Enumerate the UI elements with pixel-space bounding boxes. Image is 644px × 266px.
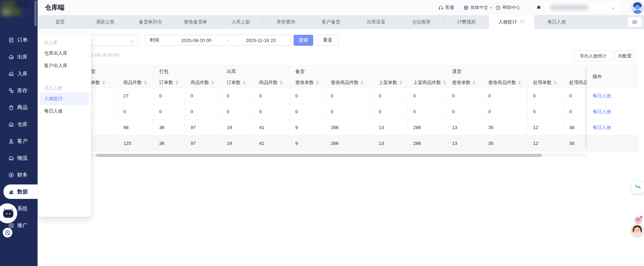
column-group-退货: 退货 bbox=[447, 66, 587, 77]
sort-icon[interactable] bbox=[361, 81, 364, 85]
chat-widget-button[interactable] bbox=[632, 181, 644, 193]
table-cell: 12 bbox=[528, 136, 564, 151]
column-config-button[interactable]: 列配置 bbox=[615, 51, 635, 61]
reset-button[interactable]: 重置 bbox=[316, 35, 339, 46]
assistant-avatar[interactable] bbox=[631, 224, 644, 237]
sort-icon[interactable] bbox=[518, 81, 521, 85]
sort-icon[interactable] bbox=[443, 81, 446, 85]
menu-section-title: 出入库 bbox=[44, 40, 91, 46]
table-cell: 35 bbox=[483, 120, 528, 135]
warehouse-icon bbox=[8, 121, 14, 127]
hamburger-icon bbox=[632, 20, 637, 21]
table-cell: 0 bbox=[185, 104, 221, 119]
tab-客户备货[interactable]: 客户备货 bbox=[308, 15, 354, 29]
daily-efficiency-link[interactable]: 每日人效 bbox=[593, 93, 611, 99]
table-summary-row: 741253697194192861328613351238 bbox=[38, 136, 587, 151]
table-cell: 0 bbox=[564, 104, 587, 119]
table-cell: 97 bbox=[185, 136, 221, 151]
tab-首页[interactable]: 首页 bbox=[38, 15, 83, 29]
tab-人效统计[interactable]: 人效统计✕ bbox=[489, 15, 534, 29]
table-cell: 13 bbox=[447, 136, 483, 151]
horizontal-scrollbar-thumb[interactable] bbox=[96, 154, 542, 157]
support-button[interactable]: 客服 bbox=[438, 0, 454, 15]
menu-item-客户出入库[interactable]: 客户出入库 bbox=[38, 60, 91, 72]
sidebar-scrollbar[interactable] bbox=[34, 1, 37, 26]
table-cell: 35 bbox=[483, 136, 528, 151]
sidebar-item-商品[interactable]: 商品 bbox=[0, 99, 38, 116]
tab-计费规则[interactable]: 计费规则 bbox=[444, 15, 489, 29]
column-header-上架单数: 上架单数 bbox=[373, 77, 408, 88]
daily-efficiency-link[interactable]: 每日人效 bbox=[593, 109, 611, 115]
sort-icon[interactable] bbox=[102, 81, 105, 85]
tab-出库设置[interactable]: 出库设置 bbox=[354, 15, 399, 29]
daily-efficiency-link[interactable]: 每日人效 bbox=[593, 125, 611, 131]
notifications-bell[interactable] bbox=[536, 0, 541, 15]
sort-icon[interactable] bbox=[280, 81, 283, 85]
sidebar-item-物流[interactable]: 物流 bbox=[0, 150, 38, 167]
date-from-value[interactable]: 2025-08-20 00 bbox=[166, 38, 226, 43]
table-cell: 0 bbox=[154, 88, 185, 104]
sort-icon[interactable] bbox=[473, 81, 476, 85]
table-cell: 0 bbox=[373, 88, 408, 104]
help-center-button[interactable]: 帮助中心 bbox=[495, 0, 520, 15]
chevron-down-icon bbox=[611, 6, 615, 9]
sidebar-item-出库[interactable]: 出库 bbox=[0, 49, 38, 65]
user-avatar[interactable] bbox=[631, 1, 644, 14]
account-selector[interactable] bbox=[546, 2, 619, 13]
tab-库存查询[interactable]: 库存查询 bbox=[263, 15, 308, 29]
date-to-value[interactable]: 2025-11-18 23 bbox=[231, 38, 291, 43]
tab-备货单到仓[interactable]: 备货单到仓 bbox=[128, 15, 173, 29]
sidebar-item-库存[interactable]: 库存 bbox=[0, 82, 38, 99]
export-efficiency-button[interactable]: 导出人效统计 bbox=[574, 51, 612, 61]
table-cell: 9 bbox=[290, 136, 325, 151]
sort-icon[interactable] bbox=[399, 81, 402, 85]
tab-仓位推荐[interactable]: 仓位推荐 bbox=[399, 15, 444, 29]
column-header-签收单数: 签收单数 bbox=[447, 77, 483, 88]
column-header-action: 操作 bbox=[587, 66, 638, 88]
data-icon bbox=[8, 189, 14, 195]
logo bbox=[1, 1, 28, 16]
table-cell: 19 bbox=[221, 136, 254, 151]
table-cell: 0 bbox=[408, 104, 447, 119]
sidebar-item-数据[interactable]: 数据 bbox=[3, 184, 38, 199]
table-cell: 0 bbox=[373, 104, 408, 119]
language-switcher[interactable]: 简体中文 ∨ bbox=[463, 0, 492, 15]
sort-icon[interactable] bbox=[243, 81, 246, 85]
sidebar-item-仓库[interactable]: 仓库 bbox=[0, 116, 38, 133]
table-cell: 0 bbox=[447, 104, 483, 119]
table-cell: 0 bbox=[185, 88, 221, 104]
close-tab-icon[interactable]: ✕ bbox=[520, 20, 525, 24]
tab-入库上架[interactable]: 入库上架 bbox=[218, 15, 263, 29]
sidebar-item-订单[interactable]: 订单 bbox=[0, 32, 38, 49]
globe-icon bbox=[463, 5, 469, 10]
menu-item-仓库出入库[interactable]: 仓库出入库 bbox=[38, 47, 91, 60]
tab-签收备货单[interactable]: 签收备货单 bbox=[173, 15, 218, 29]
column-header-订单数: 订单数 bbox=[154, 77, 185, 88]
date-range-picker[interactable]: 时间 2025-08-20 00 - 2025-11-18 23 bbox=[145, 35, 291, 46]
column-group-打包: 打包 bbox=[154, 66, 221, 77]
search-button[interactable]: 搜索 bbox=[294, 35, 313, 46]
sidebar-item-财务[interactable]: 财务 bbox=[0, 167, 38, 183]
table-cell: 0 bbox=[118, 104, 154, 119]
sort-icon[interactable] bbox=[211, 81, 214, 85]
feedback-form-icon[interactable] bbox=[3, 228, 12, 237]
sort-icon[interactable] bbox=[144, 81, 147, 85]
page-title: 仓库端 bbox=[45, 3, 64, 12]
table-cell: 0 bbox=[290, 88, 325, 104]
sort-icon[interactable] bbox=[554, 81, 556, 85]
mini-avatar-badge[interactable] bbox=[634, 216, 642, 224]
table-cell: 0 bbox=[221, 88, 254, 104]
tab-list-menu-button[interactable] bbox=[628, 17, 642, 27]
chevron-down-icon: ∨ bbox=[490, 6, 492, 9]
robot-mascot-icon[interactable] bbox=[1, 206, 15, 220]
menu-item-每日人效[interactable]: 每日人效 bbox=[38, 105, 91, 117]
tab-系统公告[interactable]: 系统公告 bbox=[83, 15, 128, 29]
sort-icon[interactable] bbox=[316, 81, 319, 85]
sidebar-item-入库[interactable]: 入库 bbox=[0, 65, 38, 82]
tab-每日人效[interactable]: 每日人效 bbox=[534, 15, 579, 29]
sidebar-item-客户[interactable]: 客户 bbox=[0, 133, 38, 150]
sort-icon[interactable] bbox=[175, 81, 178, 85]
menu-item-人效统计[interactable]: 人效统计 bbox=[40, 93, 89, 105]
table-cell: 13 bbox=[447, 120, 483, 135]
inbound-icon bbox=[8, 71, 14, 77]
